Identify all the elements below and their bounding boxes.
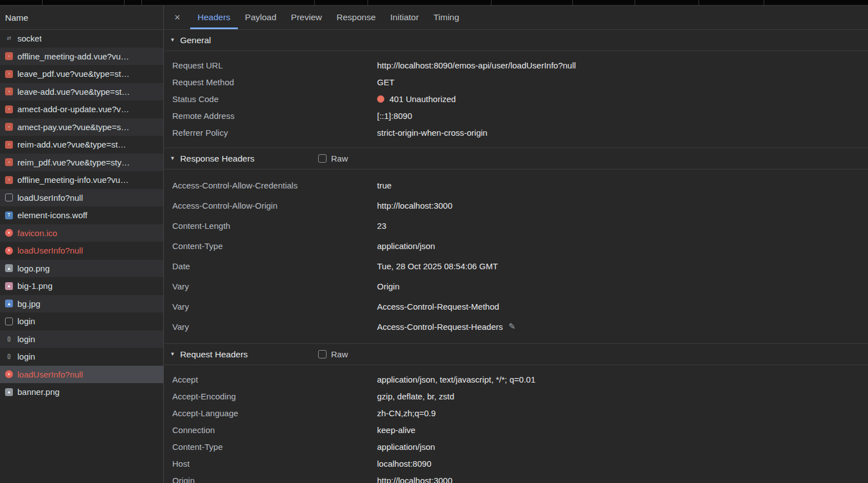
detail-tabbar: × HeadersPayloadPreviewResponseInitiator… [164, 6, 868, 30]
close-detail-button[interactable]: × [164, 6, 190, 29]
disclosure-triangle-icon: ▼ [170, 37, 175, 43]
section-header-general[interactable]: ▼General [164, 30, 868, 51]
disclosure-triangle-icon: ▼ [170, 155, 175, 161]
request-name: offline_meeting-add.vue?vu… [17, 52, 129, 61]
request-name: offline_meeting-info.vue?vu… [17, 175, 128, 185]
header-name: Access-Control-Allow-Origin [164, 201, 377, 210]
edit-header-icon[interactable]: ✎ [508, 321, 516, 332]
header-value-text: true [377, 181, 392, 190]
error-icon: × [5, 370, 13, 378]
column-divider [491, 0, 492, 6]
header-name: Content-Length [164, 221, 377, 231]
header-name: Access-Control-Allow-Credentials [164, 181, 377, 190]
raw-label: Raw [331, 154, 348, 163]
header-value-text: GET [377, 77, 394, 87]
tab-payload[interactable]: Payload [238, 6, 284, 29]
header-value: Access-Control-Request-Headers✎ [377, 321, 516, 332]
request-row[interactable]: ▫offline_meeting-info.vue?vu… [0, 171, 163, 189]
section-request-headers: ▼Request HeadersRawAcceptapplication/jso… [164, 343, 868, 483]
request-name: loadUserInfo?null [17, 370, 83, 379]
status-dot-icon [377, 95, 384, 103]
header-value: application/json [377, 241, 435, 251]
raw-checkbox[interactable] [318, 350, 327, 358]
header-row: Status Code401 Unauthorized [164, 90, 868, 107]
request-name: leave-add.vue?vue&type=st… [17, 87, 130, 96]
request-row[interactable]: loadUserInfo?null [0, 189, 163, 207]
tab-initiator[interactable]: Initiator [383, 6, 426, 29]
header-row: Originhttp://localhost:3000 [164, 472, 868, 483]
request-row[interactable]: ▴banner.png [0, 383, 163, 401]
network-request-sidebar: Name ⇄socket▫offline_meeting-add.vue?vu…… [0, 6, 164, 483]
header-row: Accept-Encodinggzip, deflate, br, zstd [164, 388, 868, 404]
header-name: Accept-Encoding [164, 392, 377, 401]
header-value: keep-alive [377, 425, 415, 435]
header-value: 23 [377, 221, 387, 231]
request-row[interactable]: ⇄socket [0, 30, 163, 48]
name-column-header[interactable]: Name [0, 6, 163, 30]
error-icon: × [5, 247, 13, 255]
header-value-text: http://localhost:8090/emos-api/user/load… [377, 61, 576, 70]
header-value-text: http://localhost:3000 [377, 476, 452, 483]
vue-file-icon: ▫ [5, 176, 13, 184]
header-name: Content-Type [164, 442, 377, 452]
header-row: Acceptapplication/json, text/javascript,… [164, 371, 868, 388]
section-header-left: ▼Response Headers [170, 154, 318, 164]
request-row[interactable]: ▫amect-pay.vue?vue&type=s… [0, 118, 163, 136]
header-value-text: strict-origin-when-cross-origin [377, 128, 488, 137]
request-name: banner.png [17, 387, 59, 397]
vue-file-icon: ▫ [5, 70, 13, 78]
header-value: localhost:8090 [377, 459, 431, 468]
request-row[interactable]: ▫reim_pdf.vue?vue&type=sty… [0, 154, 163, 172]
fetch-icon [5, 318, 13, 325]
header-value: http://localhost:8090/emos-api/user/load… [377, 61, 576, 70]
header-value-text: gzip, deflate, br, zstd [377, 392, 454, 401]
raw-toggle[interactable]: Raw [318, 154, 348, 163]
header-value: strict-origin-when-cross-origin [377, 128, 488, 137]
raw-toggle[interactable]: Raw [318, 349, 348, 359]
request-row[interactable]: {}login [0, 348, 163, 366]
column-divider [314, 0, 315, 6]
request-name: bg.jpg [17, 299, 40, 309]
header-value: application/json, text/javascript, */*; … [377, 375, 535, 384]
request-row[interactable]: ▫leave-add.vue?vue&type=st… [0, 83, 163, 101]
section-header-response-headers[interactable]: ▼Response HeadersRaw [164, 148, 868, 169]
section-body: Acceptapplication/json, text/javascript,… [164, 365, 868, 483]
request-row[interactable]: ▫leave_pdf.vue?vue&type=st… [0, 65, 163, 83]
raw-label: Raw [331, 349, 348, 359]
header-row: Connectionkeep-alive [164, 421, 868, 438]
request-row[interactable]: ▴big-1.png [0, 277, 163, 295]
request-row[interactable]: ▫offline_meeting-add.vue?vu… [0, 48, 163, 66]
header-name: Referrer Policy [164, 128, 377, 137]
request-row[interactable]: ▴bg.jpg [0, 295, 163, 313]
header-row: Accept-Languagezh-CN,zh;q=0.9 [164, 404, 868, 421]
request-row[interactable]: ×loadUserInfo?null [0, 242, 163, 260]
tab-preview[interactable]: Preview [284, 6, 329, 29]
request-row[interactable]: {}login [0, 330, 163, 348]
section-header-request-headers[interactable]: ▼Request HeadersRaw [164, 344, 868, 365]
request-row[interactable]: ▴logo.png [0, 260, 163, 278]
raw-checkbox[interactable] [318, 154, 327, 163]
tab-response[interactable]: Response [329, 6, 383, 29]
tab-timing[interactable]: Timing [426, 6, 466, 29]
request-row[interactable]: ▫amect-add-or-update.vue?v… [0, 100, 163, 118]
tab-headers[interactable]: Headers [190, 6, 238, 29]
request-row[interactable]: ×loadUserInfo?null [0, 366, 163, 384]
header-row: Remote Address[::1]:8090 [164, 107, 868, 124]
section-body: Access-Control-Allow-CredentialstrueAcce… [164, 169, 868, 343]
header-value: GET [377, 77, 394, 87]
request-row[interactable]: login [0, 312, 163, 330]
header-value-text: Access-Control-Request-Method [377, 302, 499, 311]
vue-file-icon: ▫ [5, 88, 13, 95]
image-icon: ▴ [5, 264, 13, 272]
error-icon: × [5, 229, 13, 237]
header-name: Accept [164, 375, 377, 384]
header-row: Content-Length23 [164, 215, 868, 236]
request-row[interactable]: Telement-icons.woff [0, 206, 163, 224]
header-value-text: Tue, 28 Oct 2025 08:54:06 GMT [377, 261, 498, 271]
request-row[interactable]: ▫reim-add.vue?vue&type=st… [0, 136, 163, 154]
request-name: reim_pdf.vue?vue&type=sty… [17, 158, 130, 167]
request-row[interactable]: ×favicon.ico [0, 224, 163, 242]
header-name: Accept-Language [164, 408, 377, 418]
disclosure-triangle-icon: ▼ [170, 351, 175, 357]
header-value-text: zh-CN,zh;q=0.9 [377, 408, 436, 418]
